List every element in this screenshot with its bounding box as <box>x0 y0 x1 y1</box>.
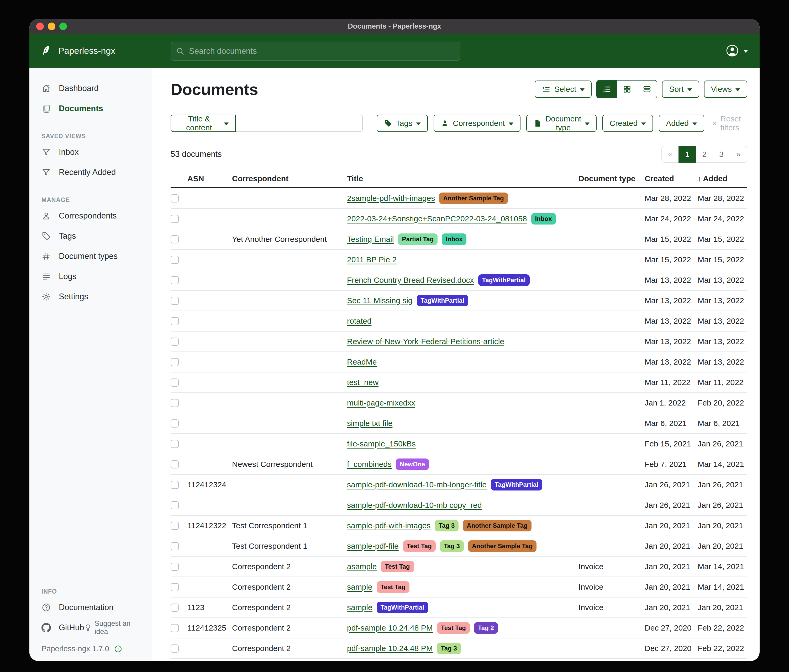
document-title-link[interactable]: sample-pdf-file <box>347 541 399 551</box>
view-list-button[interactable] <box>597 81 617 98</box>
tag-badge[interactable]: Tag 3 <box>440 540 464 552</box>
minimize-window-button[interactable] <box>48 22 55 30</box>
sidebar-item-tags[interactable]: Tags <box>29 226 152 246</box>
sidebar-item-recently-added[interactable]: Recently Added <box>29 162 152 182</box>
row-checkbox[interactable] <box>171 419 179 428</box>
row-checkbox[interactable] <box>171 481 179 489</box>
document-title-link[interactable]: simple txt file <box>347 419 392 428</box>
header-correspondent[interactable]: Correspondent <box>232 172 347 188</box>
tag-badge[interactable]: Tag 3 <box>437 643 461 654</box>
row-checkbox[interactable] <box>171 542 179 550</box>
header-created[interactable]: Created <box>645 172 698 188</box>
document-title-link[interactable]: 2sample-pdf-with-images <box>347 194 435 203</box>
document-title-link[interactable]: Review-of-New-York-Federal-Petitions-art… <box>347 337 504 346</box>
row-checkbox[interactable] <box>171 256 179 264</box>
row-checkbox[interactable] <box>171 194 179 202</box>
document-title-link[interactable]: test_new <box>347 378 379 387</box>
tag-badge[interactable]: TagWithPartial <box>491 479 542 490</box>
row-checkbox[interactable] <box>171 440 179 448</box>
tag-badge[interactable]: TagWithPartial <box>417 295 468 306</box>
document-title-link[interactable]: sample <box>347 583 372 591</box>
row-checkbox[interactable] <box>171 317 179 325</box>
tag-badge[interactable]: TagWithPartial <box>478 274 530 286</box>
document-title-link[interactable]: pdf-sample 10.24.48 PM <box>347 623 433 632</box>
document-title-link[interactable]: asample <box>347 562 377 571</box>
document-title-link[interactable]: sample <box>347 603 372 612</box>
page-button-2[interactable]: 2 <box>696 146 713 162</box>
tag-badge[interactable]: TagWithPartial <box>377 602 428 613</box>
row-checkbox[interactable] <box>171 460 179 468</box>
close-window-button[interactable] <box>36 22 44 30</box>
document-title-link[interactable]: rotated <box>347 317 371 325</box>
tag-badge[interactable]: Another Sample Tag <box>468 540 537 552</box>
tag-badge[interactable]: Test Tag <box>381 561 414 572</box>
header-title[interactable]: Title <box>347 172 578 188</box>
select-button[interactable]: Select <box>535 81 592 98</box>
info-icon[interactable] <box>114 645 122 653</box>
filter-created-button[interactable]: Created <box>602 115 653 132</box>
row-checkbox[interactable] <box>171 399 179 407</box>
sidebar-item-logs[interactable]: Logs <box>29 266 152 287</box>
tag-badge[interactable]: Tag 3 <box>434 520 458 532</box>
document-title-link[interactable]: Sec 11-Missing sig <box>347 296 413 305</box>
row-checkbox[interactable] <box>171 501 179 510</box>
tag-badge[interactable]: Another Sample Tag <box>439 193 508 204</box>
tag-badge[interactable]: Tag 2 <box>474 622 498 634</box>
suggest-idea-link[interactable]: Suggest an idea <box>84 619 144 636</box>
search-input[interactable] <box>188 46 455 56</box>
global-search[interactable] <box>171 42 460 61</box>
page-button-1[interactable]: 1 <box>679 146 696 162</box>
document-title-link[interactable]: 2022-03-24+Sonstige+ScanPC2022-03-24_081… <box>347 214 527 223</box>
row-checkbox[interactable] <box>171 358 179 366</box>
row-checkbox[interactable] <box>171 338 179 346</box>
filter-doctype-button[interactable]: Document type <box>526 115 597 132</box>
row-checkbox[interactable] <box>171 522 179 530</box>
document-title-link[interactable]: ReadMe <box>347 358 377 366</box>
reset-filters-button[interactable]: × Reset filters <box>712 115 747 132</box>
sidebar-item-correspondents[interactable]: Correspondents <box>29 205 152 226</box>
view-details-button[interactable] <box>637 81 657 98</box>
tag-badge[interactable]: Test Tag <box>437 622 470 634</box>
views-button[interactable]: Views <box>704 81 747 98</box>
filter-correspondent-button[interactable]: Correspondent <box>434 115 520 132</box>
filter-added-button[interactable]: Added <box>659 115 704 132</box>
row-checkbox[interactable] <box>171 235 179 244</box>
tag-badge[interactable]: Inbox <box>442 233 466 245</box>
document-title-link[interactable]: Testing Email <box>347 235 394 244</box>
row-checkbox[interactable] <box>171 276 179 284</box>
tag-badge[interactable]: Partial Tag <box>398 233 438 245</box>
app-logo[interactable]: Paperless-ngx <box>41 45 115 57</box>
document-title-link[interactable]: sample-pdf-with-images <box>347 521 430 530</box>
tag-badge[interactable]: NewOne <box>396 459 429 470</box>
sidebar-item-documentation[interactable]: Documentation <box>29 597 152 618</box>
page-button-next[interactable]: » <box>730 146 747 162</box>
sidebar-item-document-types[interactable]: Document types <box>29 246 152 266</box>
filter-field-button[interactable]: Title & content <box>171 115 236 132</box>
header-added[interactable]: ↑Added <box>698 172 747 188</box>
sidebar-item-inbox[interactable]: Inbox <box>29 142 152 162</box>
row-checkbox[interactable] <box>171 563 179 571</box>
header-asn[interactable]: ASN <box>187 172 232 188</box>
page-button-prev[interactable]: « <box>661 146 679 162</box>
document-title-link[interactable]: file-sample_150kBs <box>347 440 416 448</box>
zoom-window-button[interactable] <box>59 22 67 30</box>
row-checkbox[interactable] <box>171 297 179 305</box>
document-title-link[interactable]: f_combineds <box>347 460 391 469</box>
tag-badge[interactable]: Inbox <box>531 213 556 225</box>
tag-badge[interactable]: Test Tag <box>377 581 409 593</box>
sidebar-item-documents[interactable]: Documents <box>29 98 152 119</box>
filter-text-input[interactable] <box>236 115 363 132</box>
row-checkbox[interactable] <box>171 583 179 591</box>
header-doctype[interactable]: Document type <box>578 172 645 188</box>
tag-badge[interactable]: Another Sample Tag <box>463 520 532 532</box>
document-title-link[interactable]: sample-pdf-download-10-mb copy_red <box>347 501 482 510</box>
page-button-3[interactable]: 3 <box>712 146 730 162</box>
document-title-link[interactable]: pdf-sample 10.24.48 PM <box>347 644 433 653</box>
document-title-link[interactable]: multi-page-mixedxx <box>347 398 415 407</box>
user-menu[interactable] <box>725 44 748 57</box>
sidebar-item-github[interactable]: GitHub <box>29 618 84 638</box>
sidebar-item-dashboard[interactable]: Dashboard <box>29 78 152 98</box>
row-checkbox[interactable] <box>171 215 179 223</box>
document-title-link[interactable]: 2011 BP Pie 2 <box>347 255 397 264</box>
view-grid-button[interactable] <box>617 81 637 98</box>
